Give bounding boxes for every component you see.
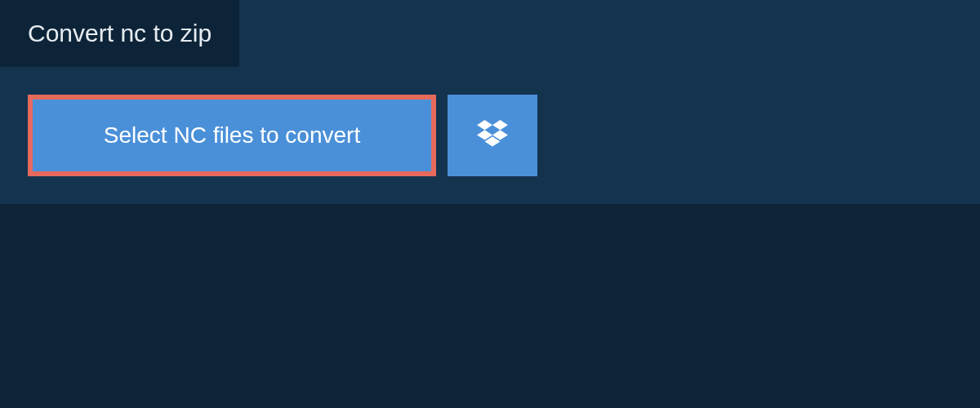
dropbox-icon xyxy=(477,120,508,151)
tab-label: Convert nc to zip xyxy=(28,20,212,47)
select-files-button[interactable]: Select NC files to convert xyxy=(28,95,436,176)
panel-content: Select NC files to convert xyxy=(0,67,980,204)
tab-row: Convert nc to zip xyxy=(0,0,980,67)
select-files-label: Select NC files to convert xyxy=(104,122,360,149)
tab-convert[interactable]: Convert nc to zip xyxy=(0,0,239,67)
converter-panel: Convert nc to zip Select NC files to con… xyxy=(0,0,980,204)
dropbox-button[interactable] xyxy=(448,95,537,176)
